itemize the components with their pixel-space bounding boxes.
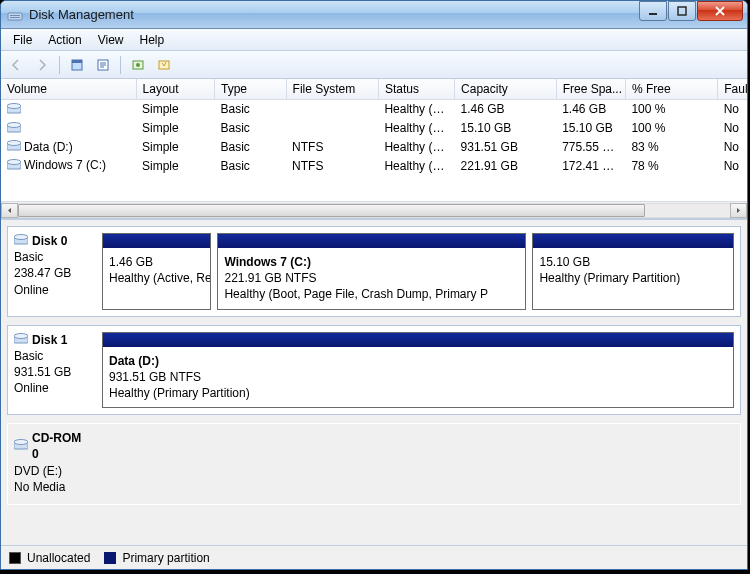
disk-row[interactable]: Disk 0Basic238.47 GBOnline1.46 GBHealthy… bbox=[7, 226, 741, 317]
column-header[interactable]: Status bbox=[378, 79, 454, 100]
toolbar bbox=[1, 51, 747, 79]
titlebar[interactable]: Disk Management bbox=[1, 1, 747, 29]
table-cell: 172.41 GB bbox=[556, 156, 625, 175]
table-row[interactable]: SimpleBasicHealthy (A...1.46 GB1.46 GB10… bbox=[1, 100, 747, 119]
partition[interactable]: 15.10 GBHealthy (Primary Partition) bbox=[532, 233, 734, 310]
table-cell: 100 % bbox=[625, 100, 717, 119]
column-header[interactable]: File System bbox=[286, 79, 378, 100]
svg-point-9 bbox=[136, 63, 140, 67]
svg-point-14 bbox=[7, 122, 21, 127]
table-cell: 221.91 GB bbox=[455, 156, 557, 175]
table-cell: Healthy (P... bbox=[378, 119, 454, 138]
table-cell: 931.51 GB bbox=[455, 138, 557, 157]
table-cell: Healthy (P... bbox=[378, 138, 454, 157]
table-cell: Data (D:) bbox=[1, 138, 136, 157]
menu-action[interactable]: Action bbox=[40, 31, 89, 49]
table-cell bbox=[286, 119, 378, 138]
table-cell: 78 % bbox=[625, 156, 717, 175]
table-cell: No bbox=[718, 119, 747, 138]
column-header[interactable]: % Free bbox=[625, 79, 717, 100]
table-cell: 1.46 GB bbox=[556, 100, 625, 119]
help-button[interactable] bbox=[153, 54, 175, 76]
minimize-button[interactable] bbox=[639, 1, 667, 21]
table-cell: 15.10 GB bbox=[455, 119, 557, 138]
scroll-right-button[interactable] bbox=[730, 203, 747, 218]
table-cell: No bbox=[718, 138, 747, 157]
disk-row[interactable]: CD-ROM 0DVD (E:)No Media bbox=[7, 423, 741, 505]
column-header[interactable]: Layout bbox=[136, 79, 214, 100]
toolbar-separator bbox=[120, 56, 121, 74]
scroll-left-button[interactable] bbox=[1, 203, 18, 218]
partition[interactable]: 1.46 GBHealthy (Active, Recovery P bbox=[102, 233, 211, 310]
settings-button[interactable] bbox=[127, 54, 149, 76]
window-title: Disk Management bbox=[29, 7, 638, 22]
disk-map: Disk 0Basic238.47 GBOnline1.46 GBHealthy… bbox=[1, 219, 747, 545]
menubar: File Action View Help bbox=[1, 29, 747, 51]
content-area: VolumeLayoutTypeFile SystemStatusCapacit… bbox=[1, 79, 747, 569]
table-cell: Basic bbox=[215, 138, 287, 157]
legend-primary-label: Primary partition bbox=[122, 551, 209, 565]
partitions: 1.46 GBHealthy (Active, Recovery PWindow… bbox=[96, 227, 740, 316]
svg-rect-4 bbox=[678, 7, 686, 15]
svg-rect-0 bbox=[8, 13, 22, 20]
volume-table[interactable]: VolumeLayoutTypeFile SystemStatusCapacit… bbox=[1, 79, 747, 175]
table-cell: Healthy (A... bbox=[378, 100, 454, 119]
table-cell: Basic bbox=[215, 156, 287, 175]
svg-point-24 bbox=[14, 440, 28, 445]
svg-rect-6 bbox=[72, 60, 82, 63]
close-button[interactable] bbox=[697, 1, 743, 21]
column-header[interactable]: Type bbox=[215, 79, 287, 100]
menu-help[interactable]: Help bbox=[132, 31, 173, 49]
maximize-button[interactable] bbox=[668, 1, 696, 21]
table-cell: 775.55 GB bbox=[556, 138, 625, 157]
table-row[interactable]: SimpleBasicHealthy (P...15.10 GB15.10 GB… bbox=[1, 119, 747, 138]
properties-button[interactable] bbox=[66, 54, 88, 76]
table-cell bbox=[286, 100, 378, 119]
svg-rect-1 bbox=[10, 15, 20, 16]
horizontal-scrollbar[interactable] bbox=[1, 201, 747, 218]
table-cell: 1.46 GB bbox=[455, 100, 557, 119]
window-controls bbox=[638, 1, 743, 21]
svg-point-20 bbox=[14, 235, 28, 240]
partition[interactable]: Windows 7 (C:)221.91 GB NTFSHealthy (Boo… bbox=[217, 233, 526, 310]
app-icon bbox=[7, 7, 23, 23]
table-cell: Simple bbox=[136, 156, 214, 175]
volume-list: VolumeLayoutTypeFile SystemStatusCapacit… bbox=[1, 79, 747, 219]
svg-point-16 bbox=[7, 141, 21, 146]
table-row[interactable]: Data (D:)SimpleBasicNTFSHealthy (P...931… bbox=[1, 138, 747, 157]
scrollbar-track[interactable] bbox=[18, 203, 730, 218]
column-header[interactable]: Capacity bbox=[455, 79, 557, 100]
disk-row[interactable]: Disk 1Basic931.51 GBOnlineData (D:)931.5… bbox=[7, 325, 741, 416]
table-cell: Windows 7 (C:) bbox=[1, 156, 136, 175]
disk-label: CD-ROM 0DVD (E:)No Media bbox=[8, 424, 96, 504]
table-cell: Simple bbox=[136, 138, 214, 157]
forward-button bbox=[31, 54, 53, 76]
table-cell: Simple bbox=[136, 100, 214, 119]
column-header[interactable]: Fault Tolerance bbox=[718, 79, 747, 100]
column-header[interactable]: Volume bbox=[1, 79, 136, 100]
legend-unallocated-label: Unallocated bbox=[27, 551, 90, 565]
table-cell: Basic bbox=[215, 100, 287, 119]
back-button bbox=[5, 54, 27, 76]
table-cell: Healthy (B... bbox=[378, 156, 454, 175]
table-cell: 15.10 GB bbox=[556, 119, 625, 138]
legend-unallocated: Unallocated bbox=[9, 551, 90, 565]
svg-rect-2 bbox=[10, 17, 20, 18]
refresh-button[interactable] bbox=[92, 54, 114, 76]
window-bottom-frame bbox=[1, 569, 747, 570]
disk-label: Disk 0Basic238.47 GBOnline bbox=[8, 227, 96, 316]
table-cell bbox=[1, 119, 136, 138]
menu-view[interactable]: View bbox=[90, 31, 132, 49]
table-cell: No bbox=[718, 156, 747, 175]
column-header[interactable]: Free Spa... bbox=[556, 79, 625, 100]
partition[interactable]: Data (D:)931.51 GB NTFSHealthy (Primary … bbox=[102, 332, 734, 409]
table-cell: Basic bbox=[215, 119, 287, 138]
table-cell: Simple bbox=[136, 119, 214, 138]
table-row[interactable]: Windows 7 (C:)SimpleBasicNTFSHealthy (B.… bbox=[1, 156, 747, 175]
menu-file[interactable]: File bbox=[5, 31, 40, 49]
toolbar-separator bbox=[59, 56, 60, 74]
table-cell: 83 % bbox=[625, 138, 717, 157]
table-cell: 100 % bbox=[625, 119, 717, 138]
svg-point-12 bbox=[7, 103, 21, 108]
scrollbar-thumb[interactable] bbox=[18, 204, 645, 217]
